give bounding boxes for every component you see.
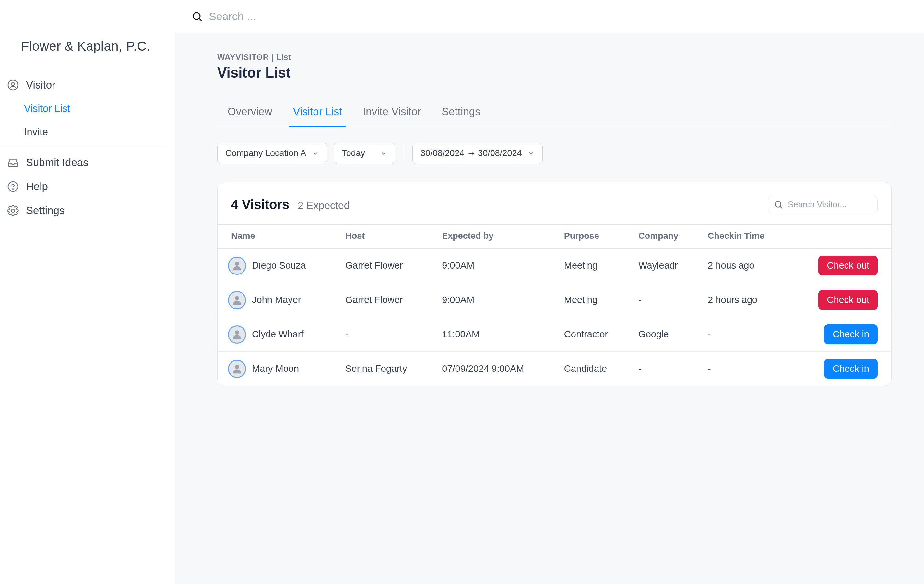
sidebar-item-label: Visitor List <box>24 103 70 114</box>
tab-label: Invite Visitor <box>363 106 421 117</box>
visitor-purpose: Contractor <box>556 317 630 352</box>
visitor-search-input[interactable] <box>788 200 872 210</box>
filter-label: 30/08/2024 → 30/08/2024 <box>421 148 521 158</box>
visitor-name: Diego Souza <box>252 260 306 271</box>
svg-line-6 <box>200 18 202 21</box>
col-purpose: Purpose <box>556 225 630 248</box>
inbox-icon <box>7 157 19 169</box>
visitor-checkin: - <box>700 317 790 352</box>
sidebar-item-label: Visitor <box>26 79 55 91</box>
filter-date-range[interactable]: 30/08/2024 → 30/08/2024 <box>412 143 543 164</box>
table-row: Clyde Wharf-11:00AMContractorGoogle-Chec… <box>218 317 891 352</box>
avatar <box>228 360 246 378</box>
sidebar-item-label: Submit Ideas <box>26 156 89 169</box>
svg-point-0 <box>8 80 18 90</box>
visitor-expected: 11:00AM <box>434 317 556 352</box>
tab-label: Settings <box>442 106 480 117</box>
sidebar-item-settings[interactable]: Settings <box>0 199 175 223</box>
gear-icon <box>7 205 19 217</box>
visitor-host: Serina Fogarty <box>338 352 434 386</box>
svg-line-8 <box>780 206 782 208</box>
check-in-button[interactable]: Check in <box>824 359 878 379</box>
divider <box>0 147 165 147</box>
tab-label: Overview <box>228 106 272 117</box>
visitor-name: Clyde Wharf <box>252 329 304 340</box>
search-icon <box>774 200 783 210</box>
sidebar-item-submit-ideas[interactable]: Submit Ideas <box>0 151 175 175</box>
visitor-expected: 9:00AM <box>434 283 556 317</box>
filter-period[interactable]: Today <box>333 143 395 164</box>
breadcrumb: WAYVISITOR | List <box>217 53 892 62</box>
tab-invite-visitor[interactable]: Invite Visitor <box>362 100 421 127</box>
filter-bar: Company Location A Today 30/08/2024 → 30… <box>217 143 892 164</box>
chevron-down-icon <box>380 150 387 157</box>
svg-point-5 <box>193 13 200 20</box>
visitor-checkin: - <box>700 352 790 386</box>
tab-label: Visitor List <box>293 106 342 117</box>
svg-point-12 <box>235 365 239 369</box>
visitor-expected: 9:00AM <box>434 248 556 283</box>
col-name: Name <box>218 225 338 248</box>
sidebar-item-invite[interactable]: Invite <box>0 120 175 144</box>
sidebar-item-label: Help <box>26 180 48 193</box>
col-action <box>790 225 891 248</box>
sidebar-item-help[interactable]: Help <box>0 175 175 199</box>
visitor-name: John Mayer <box>252 294 301 305</box>
svg-point-10 <box>235 296 239 300</box>
table-row: John MayerGarret Flower9:00AMMeeting-2 h… <box>218 283 891 317</box>
brand-title: Flower & Kaplan, P.C. <box>0 39 175 73</box>
visitor-company: - <box>630 352 700 386</box>
filter-label: Today <box>342 148 365 158</box>
table-row: Mary MoonSerina Fogarty07/09/2024 9:00AM… <box>218 352 891 386</box>
content: WAYVISITOR | List Visitor List Overview … <box>175 33 924 405</box>
tab-visitor-list[interactable]: Visitor List <box>292 100 343 127</box>
tab-overview[interactable]: Overview <box>227 100 273 127</box>
col-company: Company <box>630 225 700 248</box>
svg-point-11 <box>235 330 239 334</box>
visitor-host: Garret Flower <box>338 248 434 283</box>
check-in-button[interactable]: Check in <box>824 324 878 344</box>
main-region: WAYVISITOR | List Visitor List Overview … <box>175 0 924 584</box>
visitor-purpose: Meeting <box>556 248 630 283</box>
svg-point-4 <box>12 209 15 212</box>
svg-point-7 <box>775 202 781 207</box>
visitor-purpose: Meeting <box>556 283 630 317</box>
user-circle-icon <box>7 79 19 91</box>
visitor-expected: 07/09/2024 9:00AM <box>434 352 556 386</box>
global-search[interactable] <box>191 10 403 23</box>
svg-point-3 <box>13 189 13 189</box>
avatar <box>228 326 246 344</box>
filter-location[interactable]: Company Location A <box>217 143 327 164</box>
svg-point-1 <box>12 83 15 86</box>
visitor-search[interactable] <box>768 196 878 213</box>
visitor-host: Garret Flower <box>338 283 434 317</box>
visitor-purpose: Candidate <box>556 352 630 386</box>
tabs: Overview Visitor List Invite Visitor Set… <box>217 100 892 127</box>
nav-section: Visitor Visitor List Invite Submit Ideas… <box>0 73 175 223</box>
svg-point-9 <box>235 261 239 266</box>
chevron-down-icon <box>528 150 535 157</box>
help-circle-icon <box>7 181 19 192</box>
filter-separator <box>404 146 404 161</box>
visitor-company: Google <box>630 317 700 352</box>
col-expected-by: Expected by <box>434 225 556 248</box>
sidebar: Flower & Kaplan, P.C. Visitor Visitor Li… <box>0 0 175 584</box>
check-out-button[interactable]: Check out <box>818 256 878 275</box>
visitor-name: Mary Moon <box>252 363 299 374</box>
visitor-company: Wayleadr <box>630 248 700 283</box>
search-input[interactable] <box>209 10 403 23</box>
count-sub: 2 Expected <box>298 200 350 212</box>
count-main: 4 Visitors <box>231 197 289 212</box>
tab-settings[interactable]: Settings <box>441 100 481 127</box>
visitor-company: - <box>630 283 700 317</box>
sidebar-item-visitor-list[interactable]: Visitor List <box>0 97 175 120</box>
check-out-button[interactable]: Check out <box>818 290 878 310</box>
col-host: Host <box>338 225 434 248</box>
page-title: Visitor List <box>217 65 892 81</box>
card-header: 4 Visitors 2 Expected <box>218 182 891 224</box>
visitor-checkin: 2 hours ago <box>700 283 790 317</box>
sidebar-item-label: Settings <box>26 204 64 217</box>
visitor-counts: 4 Visitors 2 Expected <box>231 197 350 212</box>
chevron-down-icon <box>312 150 319 157</box>
sidebar-item-visitor[interactable]: Visitor <box>0 73 175 97</box>
